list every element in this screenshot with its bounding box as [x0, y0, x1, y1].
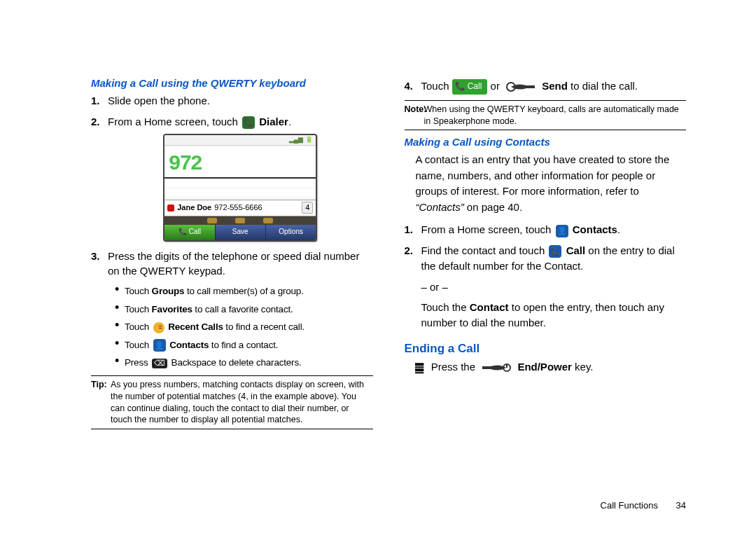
step-2: From a Home screen, touch 📞 Dialer. ▂▄▆🔋…: [108, 114, 373, 242]
dialer-icon: 📞: [242, 116, 255, 129]
match-count: 4: [302, 202, 313, 214]
contacts-icon: 👤: [153, 339, 166, 352]
note-lead: Note:: [405, 104, 427, 116]
match-number: 972-555-6666: [214, 202, 262, 214]
history-area: [164, 177, 316, 200]
contacts-intro: A contact is an entry that you have crea…: [416, 152, 687, 215]
end-call-step: ䷀ Press the End/Power key.: [405, 359, 687, 377]
bullet-favorites: Touch Favorites to call a favorite conta…: [115, 303, 373, 317]
or-divider: – or –: [421, 279, 687, 295]
bullet-contacts: Touch 👤 Contacts to find a contact.: [115, 338, 373, 352]
contacts-ref: “Contacts”: [416, 201, 464, 213]
text: .: [288, 116, 291, 127]
call-entry-icon: 📞: [549, 245, 561, 258]
tip-box: Tip: As you press numbers, matching cont…: [91, 375, 373, 430]
match-name: Jane Doe: [177, 202, 211, 214]
page-footer: Call Functions 34: [601, 500, 686, 511]
text: to dial the call.: [570, 80, 638, 92]
text: or: [491, 80, 503, 92]
softkey-save: Save: [215, 225, 265, 240]
step-4: Touch 📞Call or Send to dial the call.: [421, 78, 687, 95]
softkeys: 📞 Call Save Options: [164, 225, 316, 240]
dialed-number: 972: [164, 146, 316, 178]
bullet-groups: Touch Groups to call member(s) of a grou…: [115, 284, 373, 298]
tip-text: As you press numbers, matching contacts …: [111, 380, 364, 425]
left-column: Making a Call using the QWERTY keyboard …: [91, 77, 373, 512]
heading-qwerty: Making a Call using the QWERTY keyboard: [91, 77, 373, 89]
pin-icon: [167, 205, 174, 212]
bullet-backspace: Press ⌫ Backspace to delete characters.: [115, 356, 373, 370]
contacts-icon: 👤: [556, 225, 568, 237]
send-key-icon: [505, 81, 536, 92]
bullet-recent: Touch Recent Calls to find a recent call…: [115, 320, 373, 334]
footer-section: Call Functions: [601, 500, 658, 511]
dialer-label: Dialer: [259, 116, 288, 127]
note-text: When using the QWERTY keyboard, calls ar…: [424, 104, 679, 126]
end-power-key-icon: [481, 362, 512, 373]
clock-icon: [153, 322, 164, 333]
footer-page: 34: [676, 500, 686, 511]
call-button-icon: 📞Call: [452, 79, 488, 94]
tip-lead: Tip:: [91, 379, 107, 391]
step-3: Press the digits of the telephone or spe…: [108, 249, 373, 370]
chevron-icon: ䷀: [414, 359, 424, 377]
contacts-steps: From a Home screen, touch 👤 Contacts. Fi…: [405, 222, 687, 331]
text: Touch: [421, 80, 452, 92]
c-step-2: Find the contact and touch 📞 Call on the…: [421, 243, 687, 331]
heading-contacts: Making a Call using Contacts: [405, 136, 687, 148]
softkey-call: 📞 Call: [164, 225, 214, 240]
match-row: Jane Doe 972-555-6666 4: [164, 200, 316, 216]
softkey-options: Options: [265, 225, 316, 240]
right-column: Touch 📞Call or Send to dial the call. No…: [405, 77, 687, 512]
step-1: Slide open the phone.: [108, 93, 373, 109]
backspace-icon: ⌫: [152, 359, 167, 368]
text: From a Home screen, touch: [108, 116, 241, 127]
send-label: Send: [542, 80, 568, 92]
note-box: Note: When using the QWERTY keyboard, ca…: [405, 100, 687, 131]
qwerty-steps-cont: Touch 📞Call or Send to dial the call.: [405, 78, 687, 95]
qwerty-steps: Slide open the phone. From a Home screen…: [91, 93, 373, 370]
text: Press the digits of the telephone or spe…: [108, 250, 359, 277]
c-step-1: From a Home screen, touch 👤 Contacts.: [421, 222, 687, 237]
sub-bullets: Touch Groups to call member(s) of a grou…: [108, 284, 373, 370]
heading-ending: Ending a Call: [405, 342, 687, 356]
icon-row: [164, 216, 316, 225]
status-bar: ▂▄▆🔋: [164, 135, 316, 146]
phone-screenshot: ▂▄▆🔋 972 Jane Doe 972-555-6666 4 📞 Call …: [163, 134, 317, 242]
